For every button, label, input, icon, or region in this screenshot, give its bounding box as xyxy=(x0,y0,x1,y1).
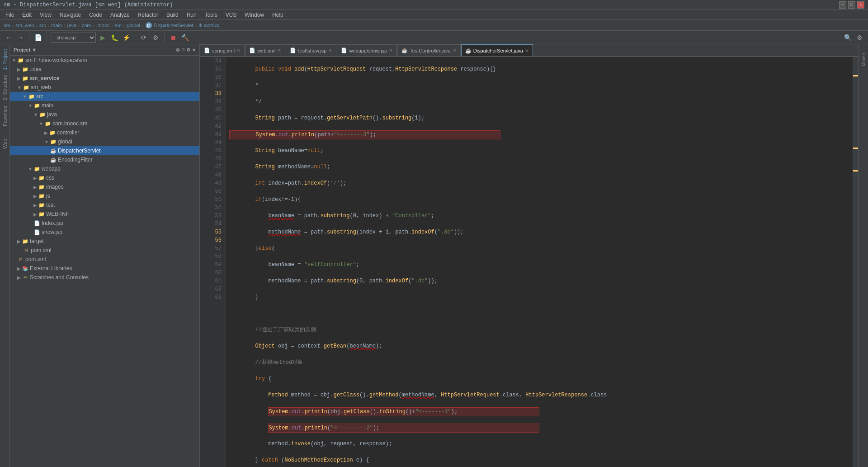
menu-run[interactable]: Run xyxy=(183,11,200,19)
tree-item-idea[interactable]: ▶ 📁 .idea xyxy=(10,65,199,74)
tree-item-target[interactable]: ▶ 📁 target xyxy=(10,237,199,246)
tab-test-controller[interactable]: ☕ TestController.java ✕ xyxy=(397,44,461,56)
tree-item-java[interactable]: ▼ 📁 java xyxy=(10,110,199,119)
bc-global[interactable]: global xyxy=(127,23,140,28)
back-button[interactable]: ← xyxy=(4,33,14,43)
bc-imooc[interactable]: imooc xyxy=(96,23,109,28)
menu-navigate[interactable]: Navigate xyxy=(56,11,85,19)
debug-button[interactable]: 🐛 xyxy=(109,33,119,43)
tree-item-js[interactable]: ▶ 📁 js xyxy=(10,191,199,200)
line-num-61: 61 xyxy=(209,277,222,285)
menu-view[interactable]: View xyxy=(36,11,55,19)
menu-window[interactable]: Window xyxy=(241,11,268,19)
right-scrollbar-panel[interactable] xyxy=(853,57,858,467)
bc-sm[interactable]: sm xyxy=(4,23,10,28)
tree-item-webapp[interactable]: ▼ 📁 webapp xyxy=(10,164,199,173)
tab-web-xml[interactable]: 📄 web.xml ✕ xyxy=(245,44,285,56)
gutter-54 xyxy=(200,220,205,228)
tab-close-test-controller[interactable]: ✕ xyxy=(453,48,457,53)
tab-spring-xml[interactable]: 📄 spring.xml ✕ xyxy=(200,44,245,56)
tree-item-sm-service[interactable]: ▶ 📁 sm_service xyxy=(10,74,199,83)
search-everywhere-button[interactable]: 🔍 xyxy=(843,33,853,43)
tree-item-global[interactable]: ▼ 📁 global xyxy=(10,137,199,146)
tree-arrow-sm: ▼ xyxy=(12,58,16,63)
left-tab-favorites[interactable]: Favorites xyxy=(0,102,9,129)
menu-refactor[interactable]: Refactor xyxy=(134,11,162,19)
sidebar-close-button[interactable]: ✕ xyxy=(192,46,196,53)
menu-tools[interactable]: Tools xyxy=(201,11,221,19)
tree-item-css[interactable]: ▶ 📁 css xyxy=(10,173,199,182)
close-button[interactable]: ✕ xyxy=(857,1,864,9)
menu-analyze[interactable]: Analyze xyxy=(107,11,133,19)
settings-button[interactable]: ⚙ xyxy=(151,33,160,43)
tree-item-src[interactable]: ▼ 📁 src xyxy=(10,92,199,101)
tree-item-scratches[interactable]: ▶ ✏ Scratches and Consoles xyxy=(10,273,199,282)
tree-item-show-jsp[interactable]: 📄 show.jsp xyxy=(10,228,199,237)
gutter-41 xyxy=(200,114,205,122)
tree-item-dispatcher-servlet[interactable]: ☕ DispatcherServlet xyxy=(10,146,199,155)
tab-label-webapp-show: webapp\show.jsp xyxy=(349,48,387,53)
tab-close-dispatcher[interactable]: ✕ xyxy=(525,48,529,54)
tab-test-show-jsp[interactable]: 📄 test\show.jsp ✕ xyxy=(286,44,336,56)
bc-com[interactable]: com xyxy=(82,23,91,28)
tree-item-index-jsp[interactable]: 📄 Index.jsp xyxy=(10,219,199,228)
tab-close-test-show[interactable]: ✕ xyxy=(328,48,332,53)
sidebar-collapse-button[interactable]: ≡ xyxy=(182,46,185,53)
bc-service[interactable]: ⊕ service xyxy=(198,22,220,28)
forward-button[interactable]: → xyxy=(15,33,25,43)
tree-item-pom-web[interactable]: 𝙼 pom.xml xyxy=(10,246,199,255)
line-num-39: 39 xyxy=(209,98,222,106)
sidebar-settings-button[interactable]: ⚙ xyxy=(187,46,190,53)
left-tab-project[interactable]: 1: Project xyxy=(0,46,9,73)
build-button[interactable]: 🔨 xyxy=(180,33,190,43)
run-with-coverage-button[interactable]: ⚡ xyxy=(121,33,131,43)
tab-dispatcher-servlet[interactable]: ☕ DispatcherServlet.java ✕ xyxy=(461,44,533,56)
tree-item-external-libs[interactable]: ▶ 📚 External Libraries xyxy=(10,264,199,273)
tree-item-pom-root[interactable]: 𝙼 pom.xml xyxy=(10,255,199,264)
tab-close-spring[interactable]: ✕ xyxy=(236,48,241,53)
tree-item-comimooc[interactable]: ▼ 📁 com.imooc.sm xyxy=(10,119,199,128)
tree-item-sm-root[interactable]: ▼ 📁 sm F:\idea-workspace\sm xyxy=(10,56,199,65)
left-tab-structure[interactable]: 2: Structure xyxy=(0,74,9,101)
right-tab-maven[interactable]: Maven xyxy=(859,46,868,73)
tab-close-webapp-show[interactable]: ✕ xyxy=(389,48,393,53)
tree-arrow-webapp: ▼ xyxy=(28,167,33,172)
run-button[interactable]: ▶ xyxy=(98,33,108,43)
menu-edit[interactable]: Edit xyxy=(19,11,35,19)
bc-sm2[interactable]: sm xyxy=(115,23,122,28)
window-title: sm – DispatcherServlet.java [sm_web] (Ad… xyxy=(4,2,173,8)
refresh-button[interactable]: ⟳ xyxy=(139,33,149,43)
left-tab-web[interactable]: Web xyxy=(0,130,9,157)
code-content[interactable]: public void add(HttpServletRequest reque… xyxy=(226,57,853,467)
tree-item-encoding-filter[interactable]: ☕ EncodingFilter xyxy=(10,155,199,164)
folder-icon-sm: 📁 xyxy=(17,57,24,64)
bc-src[interactable]: src xyxy=(39,23,46,28)
tree-item-sm-web[interactable]: ▼ 📁 sm_web xyxy=(10,83,199,92)
menu-help[interactable]: Help xyxy=(269,11,287,19)
menu-code[interactable]: Code xyxy=(85,11,106,19)
bc-sm-web[interactable]: sm_web xyxy=(15,23,34,28)
tree-item-webinf[interactable]: ▶ 📁 WEB-INF xyxy=(10,210,199,219)
maximize-button[interactable]: □ xyxy=(848,1,855,9)
tab-close-web[interactable]: ✕ xyxy=(277,48,281,53)
menu-file[interactable]: File xyxy=(2,11,18,19)
minimize-button[interactable]: — xyxy=(839,1,846,9)
sidebar-locate-button[interactable]: ◎ xyxy=(176,46,180,53)
stop-button[interactable]: ⏹ xyxy=(168,33,178,43)
bc-dispatcher-servlet[interactable]: DispatcherServlet xyxy=(154,23,193,28)
run-config-dropdown[interactable]: show.jsp xyxy=(51,33,96,43)
settings-button-2[interactable]: ⚙ xyxy=(854,33,864,43)
tab-webapp-show-jsp[interactable]: 📄 webapp\show.jsp ✕ xyxy=(337,44,397,56)
menu-build[interactable]: Build xyxy=(163,11,182,19)
recent-files-button[interactable]: 📄 xyxy=(33,33,43,43)
tree-item-test[interactable]: ▶ 📁 test xyxy=(10,200,199,210)
tree-item-main[interactable]: ▼ 📁 main xyxy=(10,101,199,110)
bc-java[interactable]: java xyxy=(67,23,76,28)
bc-main[interactable]: main xyxy=(51,23,62,28)
line-num-41: 41 xyxy=(209,114,222,122)
menu-vcs[interactable]: VCS xyxy=(222,11,241,19)
window-controls[interactable]: — □ ✕ xyxy=(839,1,864,9)
tree-item-controller[interactable]: ▶ 📁 controller xyxy=(10,128,199,137)
tree-item-images[interactable]: ▶ 📁 images xyxy=(10,182,199,191)
tab-label-spring: spring.xml xyxy=(212,48,235,53)
